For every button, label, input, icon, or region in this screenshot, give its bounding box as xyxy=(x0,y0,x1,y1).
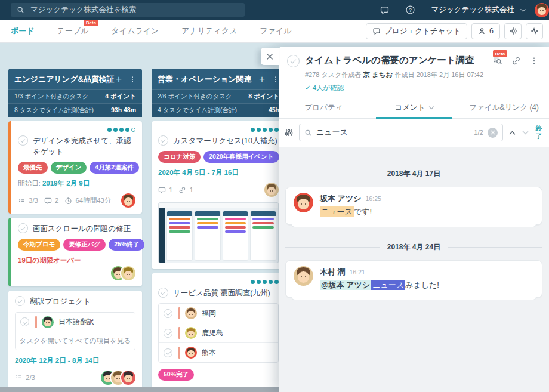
finish-search-button[interactable]: 終了 xyxy=(535,125,543,140)
column-points-stat: 1/3 ポイント付きのタスク4 ポイント xyxy=(8,89,142,103)
complete-check-circle[interactable] xyxy=(18,223,28,233)
commenter-name: 木村 潤 xyxy=(320,267,346,276)
comment-search-input[interactable]: ニュース 1/2 xyxy=(299,124,503,141)
members-button[interactable]: 6 xyxy=(471,23,500,39)
tab-files[interactable]: ファイル&リンク (4) xyxy=(459,98,549,118)
task-card[interactable]: カスタマーサクセス(10人補充) コロナ対策 2020年春採用イベント 2020… xyxy=(152,121,285,269)
tab-properties[interactable]: プロパティ xyxy=(279,98,369,118)
points-dots xyxy=(158,279,279,288)
tab-analytics[interactable]: アナリティクス xyxy=(181,26,237,36)
assignee-avatar xyxy=(264,183,279,197)
timer-icon xyxy=(64,197,72,205)
column-menu-icon[interactable] xyxy=(129,75,136,84)
task-card[interactable]: サービス品質 覆面調査(九州) 福岡 鹿児島 xyxy=(152,273,285,392)
subtask-row[interactable]: 福岡 xyxy=(159,304,278,323)
tab-board[interactable]: ボード xyxy=(11,26,35,36)
comment-count: 2 xyxy=(55,197,58,204)
comment-icon xyxy=(44,197,52,205)
task-card[interactable]: 画面スクロールの問題の修正 今期プロモ 要修正バグ 25%終了 19日の期限オー… xyxy=(8,218,142,286)
activity-button[interactable] xyxy=(526,23,543,39)
comment-time: 16:21 xyxy=(350,268,365,276)
date-range: 2020年 4月 5日 - 7月 16日 xyxy=(158,168,279,177)
chevron-down-icon[interactable] xyxy=(520,7,525,11)
settings-button[interactable] xyxy=(504,23,522,39)
org-name: マジックテック株式会社 xyxy=(431,5,514,15)
tag[interactable]: 25%終了 xyxy=(109,239,144,251)
tag[interactable]: 2020年春採用イベント xyxy=(203,151,279,163)
comment: 坂本 アツシ16:25 ニュースです! xyxy=(285,187,542,225)
column-points-stat: 2/6 ポイント付きのタスク8 ポイント xyxy=(152,89,285,103)
chevron-down-icon xyxy=(428,104,433,109)
tag[interactable]: 今期プロモ xyxy=(18,239,60,251)
subtask-row[interactable]: 鹿児島 xyxy=(159,323,278,343)
global-search-input[interactable]: マジックテック株式会社を検索 xyxy=(11,3,245,17)
subtask-count: 3/3 xyxy=(29,197,38,204)
open-task-link[interactable]: タスクを開いてすべての項目を見る xyxy=(16,332,135,350)
column-title: 営業・オペレーション関連 xyxy=(158,74,259,85)
tab-files[interactable]: ファイル xyxy=(260,26,292,36)
subtask-count: 2/3 xyxy=(26,374,35,381)
tag[interactable]: 4月第2週案件 xyxy=(90,162,138,174)
comment: 木村 潤16:21 @坂本 アツシニュースみました! xyxy=(285,260,542,298)
complete-check-circle[interactable] xyxy=(158,288,168,298)
attachment-thumbnail[interactable] xyxy=(158,202,279,263)
subtask-check-circle[interactable] xyxy=(164,309,172,318)
previous-match-icon[interactable] xyxy=(508,130,516,135)
tag[interactable]: 最優先 xyxy=(18,162,48,174)
subtask-accent-bar xyxy=(35,316,37,328)
add-task-icon[interactable]: + xyxy=(259,73,265,85)
next-match-icon[interactable] xyxy=(522,130,529,135)
task-check-circle[interactable] xyxy=(287,55,300,67)
column-sales-ops: 営業・オペレーション関連 + 2/6 ポイント付きのタスク8 ポイント 4 タス… xyxy=(152,69,285,392)
subtask-row[interactable]: 日本語翻訳 xyxy=(16,313,135,332)
project-chat-button[interactable]: プロジェクトチャット xyxy=(366,23,467,39)
tag[interactable]: デザイン xyxy=(51,162,87,174)
task-card[interactable]: 翻訳プロジェクト 日本語翻訳 タスクを開いてすべての項目を見る 2020年 12… xyxy=(8,291,142,390)
task-meta: #278 タスク作成者 京 まちお 作成日 2018年 2月 16日 07:42 xyxy=(279,67,549,79)
board-horizontal-scrollbar[interactable] xyxy=(0,387,279,392)
tab-table[interactable]: テーブルBeta xyxy=(57,26,89,36)
comment-time: 16:25 xyxy=(366,195,381,202)
tag[interactable]: 要修正バグ xyxy=(63,239,106,251)
complete-check-circle[interactable] xyxy=(18,135,28,146)
tab-timeline[interactable]: タイムライン xyxy=(112,26,159,36)
card-title: サービス品質 覆面調査(九州) xyxy=(173,288,270,298)
link-icon[interactable] xyxy=(511,56,521,66)
comment-text: ニュースです! xyxy=(320,206,381,218)
column-header: エンジニアリング&品質検証 + xyxy=(8,69,142,89)
user-avatar[interactable] xyxy=(535,3,549,17)
close-button[interactable] xyxy=(261,48,279,65)
tab-comments[interactable]: コメント xyxy=(369,98,459,118)
date-range: 2020年 12月 2日 - 8月 14日 xyxy=(15,356,135,365)
subtask-avatar xyxy=(185,307,197,319)
task-detail-panel: タイムトラベルの需要のアンケート調査 Beta #278 タスク作成者 京 まち… xyxy=(279,47,549,392)
task-card[interactable]: デザインを完成させて、承認をゲット 最優先 デザイン 4月第2週案件 開始日: … xyxy=(8,121,142,214)
link-icon xyxy=(178,186,186,194)
commenter-name: 坂本 アツシ xyxy=(320,194,362,203)
add-task-icon[interactable]: + xyxy=(116,73,122,85)
complete-check-circle[interactable] xyxy=(15,296,25,306)
mention[interactable]: @坂本 アツシ xyxy=(320,280,371,290)
help-icon[interactable]: ? xyxy=(405,5,415,15)
date-divider: 2018年 4月 17日 xyxy=(285,169,542,179)
comment-search-icon[interactable]: Beta xyxy=(493,56,502,66)
tag[interactable]: 50%完了 xyxy=(158,369,194,381)
time-tracked: 64時間43分 xyxy=(75,196,111,205)
complete-check-circle[interactable] xyxy=(158,135,168,146)
more-icon[interactable] xyxy=(530,56,538,66)
subtask-avatar xyxy=(42,316,54,328)
creator-name: 京 まちお xyxy=(363,71,393,78)
search-icon xyxy=(17,6,24,14)
chat-icon[interactable] xyxy=(380,5,390,15)
tag[interactable]: コロナ対策 xyxy=(158,151,201,163)
subtask-row[interactable]: 熊本 xyxy=(159,343,278,362)
filter-icon[interactable] xyxy=(284,128,294,137)
subtask-check-circle[interactable] xyxy=(20,317,29,326)
clear-search-button[interactable] xyxy=(488,128,498,138)
confirmed-count[interactable]: ✓ 4人が確認 xyxy=(279,79,549,92)
points-dots xyxy=(18,126,135,135)
subtask-check-circle[interactable] xyxy=(164,348,172,357)
subtask-check-circle[interactable] xyxy=(164,329,172,338)
comments-area: 2018年 4月 17日 坂本 アツシ16:25 ニュースです! 2018年 4… xyxy=(279,147,549,392)
subtask-accent-bar xyxy=(178,327,180,339)
